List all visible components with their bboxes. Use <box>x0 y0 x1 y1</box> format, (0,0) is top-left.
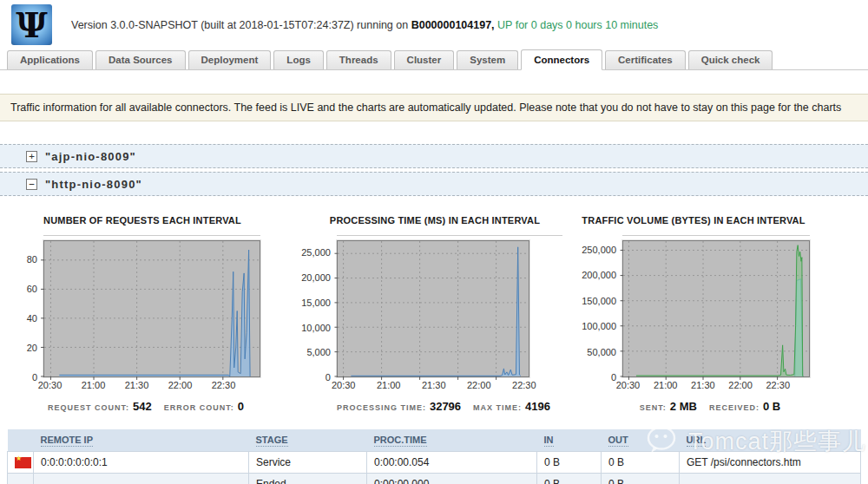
collapse-icon[interactable]: − <box>26 179 37 190</box>
table-cell: 0 B <box>602 473 680 484</box>
expand-icon[interactable]: + <box>26 151 37 162</box>
table-header-row: REMOTE IPSTAGEPROC.TIMEINOUTURL <box>8 429 861 451</box>
stat-label: MAX TIME: <box>473 403 522 412</box>
version-line: Version 3.0.0-SNAPSHOT (built at 2018-01… <box>71 19 658 31</box>
connector-section-toggle[interactable]: −"http-nio-8090" <box>0 172 868 196</box>
stat-label: ERROR COUNT: <box>164 403 234 412</box>
table-cell <box>680 473 861 484</box>
tab-system[interactable]: System <box>457 50 518 69</box>
connector-section-toggle[interactable]: +"ajp-nio-8009" <box>0 144 868 168</box>
table-cell: 0:0:0:0:0:0:0:1 <box>34 451 249 473</box>
tab-data-sources[interactable]: Data Sources <box>95 50 186 69</box>
stat-value: 0 B <box>763 400 780 413</box>
tab-threads[interactable]: Threads <box>326 50 391 69</box>
tab-deployment[interactable]: Deployment <box>188 50 272 69</box>
stat-value: 4196 <box>525 400 550 413</box>
table-cell: Ended <box>249 473 367 484</box>
table-cell: 0 B <box>537 473 602 484</box>
app-header: Ψ Version 3.0.0-SNAPSHOT (built at 2018-… <box>0 0 868 49</box>
connector-name: "http-nio-8090" <box>45 178 142 191</box>
country-flag-cell <box>8 473 34 484</box>
connector-name: "ajp-nio-8009" <box>45 150 136 163</box>
chart-plot <box>337 240 529 377</box>
requests-table-wrap: REMOTE IPSTAGEPROC.TIMEINOUTURL ★0:0:0:0… <box>0 429 868 484</box>
column-sort-proc-time[interactable]: PROC.TIME <box>374 435 427 447</box>
stat-value: 32796 <box>430 400 461 413</box>
column-sort-out[interactable]: OUT <box>608 435 628 447</box>
requests-chart: NUMBER OF REQUESTS EACH INTERVAL 0204060… <box>17 215 267 414</box>
chart-footer: REQUEST COUNT:542ERROR COUNT:0 <box>43 398 260 414</box>
info-banner: Traffic information for all available co… <box>0 94 868 121</box>
x-axis-labels: 20:3021:0021:3022:0022:30 <box>622 377 810 392</box>
table-row: ★0:0:0:0:0:0:0:1Service0:00:00.0540 B0 B… <box>8 451 861 473</box>
tab-cluster[interactable]: Cluster <box>394 50 455 69</box>
stat-label: REQUEST COUNT: <box>48 403 129 412</box>
x-axis-labels: 20:3021:0021:3022:0022:30 <box>337 377 562 392</box>
tab-logs[interactable]: Logs <box>273 50 323 69</box>
cn-flag-icon: ★ <box>15 457 31 468</box>
column-sort-in[interactable]: IN <box>544 435 554 447</box>
main-tabbar: ApplicationsData SourcesDeploymentLogsTh… <box>0 49 868 70</box>
uptime-text: UP for 0 days 0 hours 10 minutes <box>495 19 659 31</box>
tab-applications[interactable]: Applications <box>7 50 93 69</box>
table-cell: 0 B <box>602 451 680 473</box>
version-text: Version 3.0.0-SNAPSHOT (built at 2018-01… <box>71 19 411 31</box>
table-cell: Service <box>249 451 367 473</box>
psi-probe-logo-icon: Ψ <box>11 4 52 45</box>
table-row: Ended0:00:00.0000 B0 B <box>8 473 861 484</box>
stat-value: 0 <box>238 400 244 413</box>
x-axis-labels: 20:3021:0021:3022:0022:30 <box>43 377 260 392</box>
chart-title: PROCESSING TIME (MS) IN EACH INTERVAL <box>307 215 562 226</box>
chart-title: TRAFFIC VOLUME (BYTES) IN EACH INTERVAL <box>577 215 810 226</box>
table-cell: 0:00:00.054 <box>367 451 537 473</box>
stat-label: RECEIVED: <box>709 403 760 412</box>
country-flag-cell: ★ <box>8 451 34 473</box>
stat-value: 2 MB <box>670 400 697 413</box>
column-sort-remote-ip[interactable]: REMOTE IP <box>41 435 94 447</box>
stat-value: 542 <box>133 400 152 413</box>
hostname: B000000104197, <box>411 19 495 31</box>
chart-title: NUMBER OF REQUESTS EACH INTERVAL <box>17 215 267 226</box>
table-cell: GET /psi/connectors.htm <box>680 451 861 473</box>
stat-label: SENT: <box>640 403 667 412</box>
column-sort-url[interactable]: URL <box>687 435 707 447</box>
table-cell <box>34 473 249 484</box>
tab-connectors[interactable]: Connectors <box>521 49 602 70</box>
tab-quick-check[interactable]: Quick check <box>688 50 773 69</box>
chart-footer: SENT:2 MBRECEIVED:0 B <box>622 398 810 414</box>
connector-list: +"ajp-nio-8009"−"http-nio-8090" <box>0 144 868 196</box>
traffic-volume-chart: TRAFFIC VOLUME (BYTES) IN EACH INTERVAL … <box>577 215 810 414</box>
table-cell: 0 B <box>537 451 602 473</box>
chart-plot <box>43 240 260 377</box>
chart-plot <box>622 240 810 377</box>
table-cell: 0:00:00.000 <box>367 473 537 484</box>
processing-time-chart: PROCESSING TIME (MS) IN EACH INTERVAL 05… <box>307 215 562 414</box>
tab-certificates[interactable]: Certificates <box>605 50 686 69</box>
requests-table: REMOTE IPSTAGEPROC.TIMEINOUTURL ★0:0:0:0… <box>7 429 861 484</box>
charts-area: NUMBER OF REQUESTS EACH INTERVAL 0204060… <box>0 215 868 414</box>
chart-footer: PROCESSING TIME:32796MAX TIME:4196 <box>337 398 562 414</box>
stat-label: PROCESSING TIME: <box>337 403 426 412</box>
column-sort-stage[interactable]: STAGE <box>256 435 288 447</box>
